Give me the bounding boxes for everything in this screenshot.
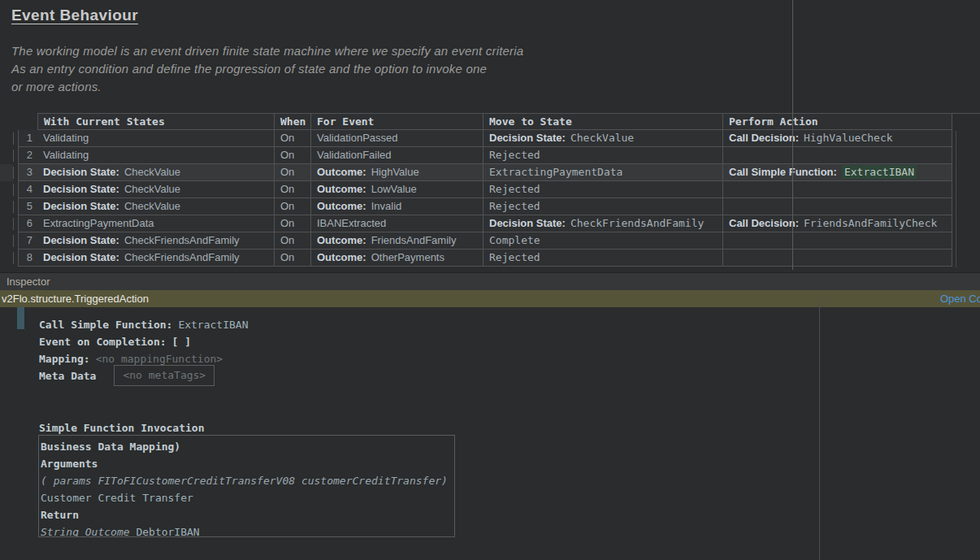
cell-for-event[interactable]: Outcome:LowValue (311, 181, 483, 198)
function-signature-box[interactable]: Business Data Mapping) Arguments ( param… (38, 435, 455, 537)
cell-perform-action[interactable] (723, 250, 952, 267)
cell-move-to-state[interactable]: Rejected (483, 250, 723, 267)
current-state-value[interactable]: CheckFriendsAndFamily (124, 251, 240, 263)
table-row[interactable]: 8 Decision State:CheckFriendsAndFamily O… (13, 250, 952, 267)
table-row[interactable]: 2 Validating On ValidationFailed Rejecte… (13, 147, 952, 164)
cell-move-to-state[interactable]: Decision State:CheckValue (483, 130, 723, 147)
cell-perform-action[interactable]: Call Simple Function:ExtractIBAN (723, 164, 952, 181)
action-value[interactable]: ExtractIBAN (842, 165, 917, 179)
cell-current-state[interactable]: Validating (37, 147, 275, 164)
current-state-value[interactable]: CheckValue (124, 200, 180, 212)
cell-perform-action[interactable]: Call Decision:FriendsAndFamilyCheck (723, 215, 952, 232)
when-value[interactable]: On (280, 217, 294, 229)
row-drag-handle[interactable] (13, 130, 18, 147)
prop-value[interactable]: ExtractIBAN (178, 319, 248, 331)
move-value[interactable]: CheckValue (570, 132, 634, 144)
cell-perform-action[interactable]: Call Decision:HighValueCheck (723, 130, 952, 147)
cell-for-event[interactable]: Outcome:FriendsAndFamily (311, 232, 483, 250)
row-drag-handle[interactable] (13, 250, 18, 267)
open-concept-link[interactable]: Open Co (940, 290, 980, 307)
when-value[interactable]: On (280, 251, 294, 263)
inspector-pane-divider[interactable] (819, 302, 820, 560)
cell-for-event[interactable]: Outcome:Invalid (311, 198, 483, 215)
table-row[interactable]: 4 Decision State:CheckValue On Outcome:L… (13, 181, 952, 198)
when-value[interactable]: On (280, 166, 294, 178)
prop-value[interactable]: <no mappingFunction> (96, 353, 223, 365)
editor-pane-divider[interactable] (792, 0, 793, 270)
current-state-value[interactable]: CheckValue (124, 183, 180, 195)
event-value[interactable]: FriendsAndFamily (371, 234, 457, 246)
cell-current-state[interactable]: Validating (37, 130, 275, 147)
cell-when[interactable]: On (275, 198, 311, 215)
cell-current-state[interactable]: Decision State:CheckValue (37, 181, 275, 198)
row-drag-handle[interactable] (13, 215, 18, 232)
table-row[interactable]: 1 Validating On ValidationPassed Decisio… (13, 130, 952, 147)
cell-move-to-state[interactable]: Rejected (483, 198, 723, 215)
when-value[interactable]: On (280, 149, 294, 161)
cell-move-to-state[interactable]: ExtractingPaymentData (483, 164, 723, 181)
cell-for-event[interactable]: Outcome:OtherPayments (311, 250, 483, 267)
event-value[interactable]: LowValue (371, 183, 417, 195)
event-value[interactable]: ValidationPassed (317, 132, 398, 144)
event-value[interactable]: OtherPayments (371, 251, 444, 263)
cell-perform-action[interactable] (723, 232, 952, 250)
cell-perform-action[interactable] (723, 198, 952, 215)
cell-perform-action[interactable] (723, 181, 952, 198)
row-drag-handle[interactable] (13, 198, 18, 215)
cell-current-state[interactable]: ExtractingPaymentData (37, 215, 275, 232)
move-value[interactable]: Complete (489, 234, 540, 246)
when-value[interactable]: On (280, 132, 294, 144)
inspector-panel-header[interactable]: Inspector (0, 272, 980, 290)
event-value[interactable]: Invalid (371, 200, 402, 212)
cell-current-state[interactable]: Decision State:CheckFriendsAndFamily (37, 232, 275, 250)
row-drag-handle[interactable] (13, 147, 18, 164)
cell-when[interactable]: On (275, 130, 311, 147)
action-value[interactable]: HighValueCheck (804, 132, 893, 144)
cell-current-state[interactable]: Decision State:CheckFriendsAndFamily (37, 250, 275, 267)
table-row[interactable]: 7 Decision State:CheckFriendsAndFamily O… (13, 232, 952, 250)
current-state-value[interactable]: ExtractingPaymentData (43, 217, 154, 229)
cell-for-event[interactable]: ValidationFailed (311, 147, 483, 164)
cell-move-to-state[interactable]: Rejected (483, 181, 723, 198)
cell-move-to-state[interactable]: Rejected (483, 147, 723, 164)
cell-when[interactable]: On (275, 147, 311, 164)
when-value[interactable]: On (280, 183, 294, 195)
cell-when[interactable]: On (275, 232, 311, 250)
cell-when[interactable]: On (275, 181, 311, 198)
inspector-breadcrumb-bar[interactable]: v2Flo.structure.TriggeredAction Open Co (0, 290, 980, 307)
cell-when[interactable]: On (275, 250, 311, 267)
event-value[interactable]: ValidationFailed (317, 149, 392, 161)
move-value[interactable]: Rejected (489, 183, 540, 195)
cell-when[interactable]: On (275, 215, 311, 232)
move-value[interactable]: Rejected (489, 251, 540, 263)
cell-move-to-state[interactable]: Decision State:CheckFriendsAndFamily (483, 215, 723, 232)
current-state-value[interactable]: CheckFriendsAndFamily (124, 234, 240, 246)
cell-for-event[interactable]: ValidationPassed (311, 130, 483, 147)
cell-when[interactable]: On (275, 164, 311, 181)
cell-perform-action[interactable] (723, 147, 952, 164)
move-value[interactable]: Rejected (489, 149, 540, 161)
current-state-value[interactable]: Validating (43, 132, 89, 144)
row-drag-handle[interactable] (13, 164, 18, 181)
when-value[interactable]: On (280, 200, 294, 212)
cell-for-event[interactable]: Outcome:HighValue (311, 164, 483, 181)
table-row[interactable]: 6 ExtractingPaymentData On IBANExtracted… (13, 215, 952, 232)
action-value[interactable]: FriendsAndFamilyCheck (804, 217, 937, 229)
event-value[interactable]: HighValue (371, 166, 419, 178)
move-value[interactable]: ExtractingPaymentData (489, 166, 622, 178)
row-drag-handle[interactable] (13, 181, 18, 198)
current-state-value[interactable]: CheckValue (124, 166, 180, 178)
cell-for-event[interactable]: IBANExtracted (311, 215, 483, 232)
move-value[interactable]: Rejected (489, 200, 540, 212)
move-value[interactable]: CheckFriendsAndFamily (570, 217, 704, 229)
cell-current-state[interactable]: Decision State:CheckValue (37, 164, 275, 181)
current-state-value[interactable]: Validating (43, 149, 89, 161)
when-value[interactable]: On (280, 234, 294, 246)
table-row[interactable]: 5 Decision State:CheckValue On Outcome:I… (13, 198, 952, 215)
event-value[interactable]: IBANExtracted (317, 217, 386, 229)
cell-move-to-state[interactable]: Complete (483, 232, 723, 250)
prop-value[interactable]: [ ] (172, 336, 191, 348)
table-row[interactable]: 3 Decision State:CheckValue On Outcome:H… (13, 164, 952, 181)
meta-tags-box[interactable]: <no metaTags> (114, 365, 215, 386)
cell-current-state[interactable]: Decision State:CheckValue (37, 198, 275, 215)
